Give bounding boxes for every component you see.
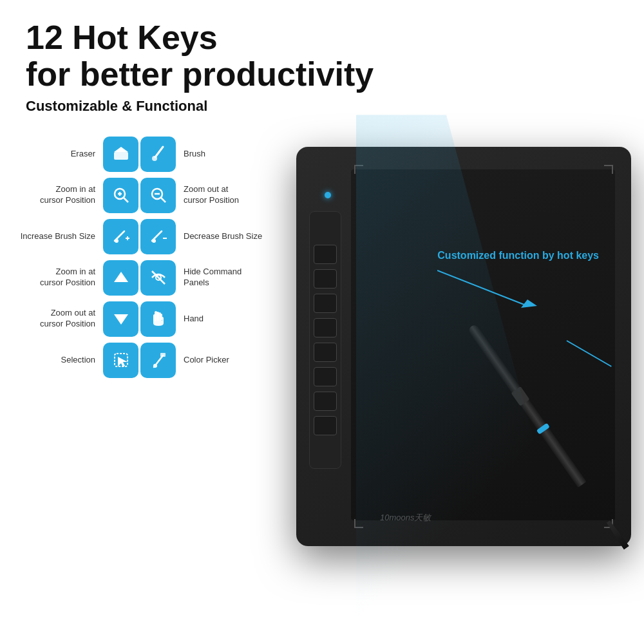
label-zoom-in-2: Zoom in at cursor Position — [19, 267, 103, 289]
corner-bl — [354, 519, 363, 528]
corner-tr — [604, 165, 613, 174]
svg-line-19 — [152, 271, 165, 284]
tablet-section: 10moons天敏 Customized function by hot key… — [283, 121, 644, 572]
hotkey-btn-brush[interactable] — [140, 137, 176, 172]
svg-line-2 — [155, 147, 163, 157]
label-hand: Hand — [176, 314, 266, 325]
svg-line-7 — [124, 198, 128, 202]
label-zoom-out-2: Zoom out at cursor Position — [19, 308, 103, 330]
strip-button-3[interactable] — [314, 294, 337, 313]
led-dot — [325, 192, 331, 198]
svg-point-3 — [152, 156, 157, 161]
strip-button-8[interactable] — [314, 416, 337, 435]
hotkey-row-6: Selection Color Picker — [19, 340, 266, 380]
label-color-picker: Color Picker — [176, 355, 266, 366]
hotkey-row-4: Zoom in at cursor Position Hide Command … — [19, 258, 266, 298]
hotkey-row-2: Zoom in at cursor Position — [19, 175, 266, 215]
label-decrease-brush: Decrease Brush Size — [176, 231, 266, 242]
hotkey-buttons-4 — [103, 260, 176, 296]
subtitle: Customizable & Functional — [26, 98, 618, 115]
label-hide-command: Hide Command Panels — [176, 267, 266, 289]
hotkey-btn-eraser[interactable] — [103, 137, 138, 172]
svg-rect-29 — [160, 353, 166, 357]
strip-button-7[interactable] — [314, 392, 337, 411]
hotkey-buttons-3 — [103, 219, 176, 254]
label-selection: Selection — [19, 355, 103, 366]
button-strip — [309, 211, 341, 469]
tablet-body: 10moons天敏 Customized function by hot key… — [296, 147, 631, 546]
label-increase-brush: Increase Brush Size — [19, 231, 103, 242]
hotkey-buttons-6 — [103, 343, 176, 378]
svg-point-12 — [115, 239, 118, 243]
svg-rect-0 — [114, 152, 128, 160]
label-zoom-in: Zoom in at cursor Position — [19, 184, 103, 206]
brand-text: 10moons天敏 — [380, 512, 431, 524]
hotkey-btn-hand[interactable] — [140, 301, 176, 337]
svg-marker-21 — [114, 314, 128, 325]
hotkey-buttons-1 — [103, 137, 176, 172]
hotkey-btn-zoom-out[interactable] — [140, 178, 176, 213]
hotkey-btn-zoom-in[interactable] — [103, 178, 138, 213]
hotkey-btn-decrease-brush[interactable] — [140, 219, 176, 254]
pen-ring — [536, 423, 550, 435]
main-title: 12 Hot Keys for better productivity — [26, 19, 618, 93]
hotkey-btn-hide[interactable] — [140, 260, 176, 296]
hotkey-row-3: Increase Brush Size — [19, 216, 266, 256]
pen-side-button — [511, 386, 529, 406]
svg-marker-26 — [118, 357, 128, 367]
label-zoom-out: Zoom out at cursor Position — [176, 184, 266, 206]
hotkey-btn-arrow-down[interactable] — [103, 301, 138, 337]
svg-marker-1 — [114, 147, 128, 152]
strip-button-1[interactable] — [314, 245, 337, 264]
pen-tip — [605, 520, 629, 550]
hotkey-btn-arrow-up[interactable] — [103, 260, 138, 296]
hotkey-row-1: Eraser Brush — [19, 134, 266, 174]
hotkey-section: Eraser Brush — [19, 134, 266, 381]
svg-point-16 — [152, 239, 156, 243]
tablet-label: Customized function by hot keys — [437, 250, 599, 309]
corner-tl — [354, 165, 363, 174]
strip-button-4[interactable] — [314, 318, 337, 337]
strip-button-2[interactable] — [314, 269, 337, 289]
hotkey-buttons-2 — [103, 178, 176, 213]
header-section: 12 Hot Keys for better productivity Cust… — [0, 0, 644, 121]
svg-marker-18 — [114, 272, 128, 282]
label-eraser: Eraser — [19, 149, 103, 160]
strip-button-5[interactable] — [314, 343, 337, 362]
strip-button-6[interactable] — [314, 367, 337, 386]
hotkey-btn-color-picker[interactable] — [140, 343, 176, 378]
svg-line-30 — [437, 270, 527, 306]
hotkey-buttons-5 — [103, 301, 176, 337]
hotkey-btn-increase-brush[interactable] — [103, 219, 138, 254]
hotkey-btn-selection[interactable] — [103, 343, 138, 378]
svg-line-10 — [161, 198, 166, 202]
svg-point-28 — [153, 364, 157, 368]
main-content: Eraser Brush — [0, 134, 644, 381]
label-brush: Brush — [176, 149, 266, 160]
hotkey-row-5: Zoom out at cursor Position Hand — [19, 299, 266, 339]
